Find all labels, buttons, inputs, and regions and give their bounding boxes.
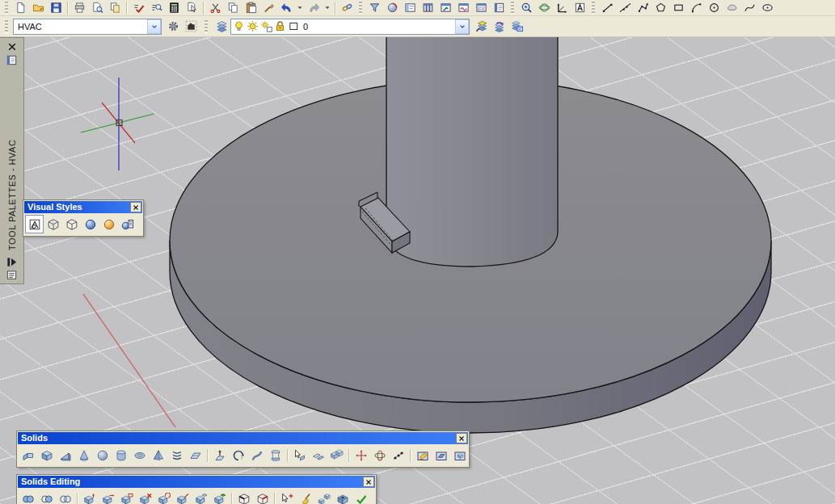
undo-button[interactable]	[277, 1, 295, 15]
visual-styles-titlebar[interactable]: Visual Styles	[24, 201, 142, 213]
circle-button[interactable]	[705, 1, 723, 15]
toolbar-grip[interactable]	[592, 2, 595, 15]
quickcalc-button[interactable]	[165, 1, 183, 15]
3d-orbit-button[interactable]	[383, 1, 401, 15]
thicken-button[interactable]	[450, 446, 469, 464]
loft-button[interactable]	[266, 446, 285, 464]
3d-rotate-button[interactable]	[370, 446, 389, 464]
tool-palettes-menu-button[interactable]	[5, 268, 19, 281]
text-style-button[interactable]	[571, 1, 588, 15]
convert-to-solid-button[interactable]	[413, 446, 432, 464]
check-button[interactable]	[352, 489, 370, 504]
box-button[interactable]	[37, 446, 56, 464]
sweep-button[interactable]	[247, 446, 266, 464]
union-button[interactable]	[19, 489, 37, 504]
tool-palettes-close-button[interactable]	[5, 40, 19, 53]
redo-button[interactable]	[305, 1, 323, 15]
open-button[interactable]	[29, 1, 47, 15]
layer-properties-manager-button[interactable]	[213, 19, 230, 34]
solids-titlebar[interactable]: Solids	[18, 432, 468, 444]
shell-button[interactable]	[333, 489, 352, 504]
layer-combo-dropdown[interactable]	[455, 19, 469, 34]
toolbar-grip[interactable]	[511, 2, 514, 15]
extrude-faces-button[interactable]	[80, 489, 99, 504]
publish-button[interactable]	[106, 1, 124, 15]
3d-move-button[interactable]	[352, 446, 370, 464]
undo-dropdown[interactable]	[295, 1, 305, 15]
orbit-button[interactable]	[535, 1, 553, 15]
tool-palettes-properties-button[interactable]	[5, 53, 19, 66]
toolbar-grip[interactable]	[5, 2, 8, 15]
2d-wireframe-button[interactable]	[25, 215, 44, 233]
offset-faces-button[interactable]	[117, 489, 136, 504]
wedge-button[interactable]	[56, 446, 74, 464]
toolbar-grip[interactable]	[205, 20, 208, 33]
etransmit-button[interactable]	[183, 1, 200, 15]
clean-button[interactable]	[296, 489, 314, 504]
find-button[interactable]	[147, 1, 165, 15]
plot-button[interactable]	[70, 1, 88, 15]
intersect-button[interactable]	[56, 489, 74, 504]
taper-faces-button[interactable]	[173, 489, 192, 504]
polyline-button[interactable]	[634, 1, 652, 15]
make-object-layer-current-button[interactable]	[472, 19, 490, 34]
ellipse-button[interactable]	[758, 1, 776, 15]
move-faces-button[interactable]	[99, 489, 117, 504]
cylinder-button[interactable]	[112, 446, 130, 464]
spell-check-button[interactable]	[129, 1, 147, 15]
line-button[interactable]	[598, 1, 616, 15]
pyramid-button[interactable]	[149, 446, 167, 464]
3d-wireframe-button[interactable]	[44, 215, 62, 233]
polygon-button[interactable]	[652, 1, 669, 15]
solids-editing-titlebar[interactable]: Solids Editing	[18, 476, 375, 488]
sphere-button[interactable]	[93, 446, 112, 464]
solids-editing-close-button[interactable]	[363, 477, 374, 487]
redo-dropdown[interactable]	[323, 1, 332, 15]
my-workspace-button[interactable]	[182, 19, 200, 34]
presspull-button[interactable]	[290, 446, 309, 464]
designcenter-button[interactable]	[401, 1, 419, 15]
copy-button[interactable]	[224, 1, 242, 15]
toolbar-grip[interactable]	[5, 20, 8, 33]
revolve-button[interactable]	[229, 446, 247, 464]
workspace-combo[interactable]: HVAC	[13, 19, 162, 35]
rectangle-button[interactable]	[669, 1, 687, 15]
solids-close-button[interactable]	[456, 433, 467, 443]
color-edges-button[interactable]	[253, 489, 272, 504]
hyperlink-button[interactable]	[338, 1, 356, 15]
toolbar-grip[interactable]	[359, 2, 362, 15]
color-faces-button[interactable]	[210, 489, 229, 504]
workspace-combo-dropdown[interactable]	[147, 19, 161, 34]
rotate-faces-button[interactable]	[154, 489, 173, 504]
layer-viewport-freeze-icon[interactable]	[260, 20, 272, 32]
conceptual-button[interactable]	[99, 215, 118, 233]
spline-button[interactable]	[740, 1, 758, 15]
revision-cloud-button[interactable]	[723, 1, 740, 15]
separate-button[interactable]	[314, 489, 333, 504]
planar-surface-button[interactable]	[186, 446, 205, 464]
tool-palettes-autohide-button[interactable]	[5, 255, 19, 268]
properties-button[interactable]	[490, 1, 508, 15]
helix-button[interactable]	[167, 446, 186, 464]
workspace-settings-button[interactable]	[164, 19, 182, 34]
cut-button[interactable]	[206, 1, 224, 15]
layer-combo[interactable]: 0	[230, 19, 470, 35]
subtract-button[interactable]	[37, 489, 56, 504]
layer-on-off-icon[interactable]	[233, 20, 245, 32]
construction-line-button[interactable]	[616, 1, 634, 15]
polysolid-button[interactable]	[19, 446, 37, 464]
paste-button[interactable]	[242, 1, 259, 15]
layer-color-swatch[interactable]	[288, 20, 300, 32]
imprint-button[interactable]	[277, 489, 296, 504]
convert-to-surface-button[interactable]	[432, 446, 450, 464]
plot-preview-button[interactable]	[88, 1, 106, 15]
layer-previous-button[interactable]	[490, 19, 508, 34]
copy-faces-button[interactable]	[192, 489, 210, 504]
tool-palettes-window-button[interactable]	[419, 1, 436, 15]
interference-check-button[interactable]	[327, 446, 346, 464]
extrude-button[interactable]	[210, 446, 229, 464]
arc-button[interactable]	[687, 1, 705, 15]
copy-edges-button[interactable]	[234, 489, 253, 504]
markup-set-manager-button[interactable]	[454, 1, 472, 15]
delete-faces-button[interactable]	[136, 489, 154, 504]
